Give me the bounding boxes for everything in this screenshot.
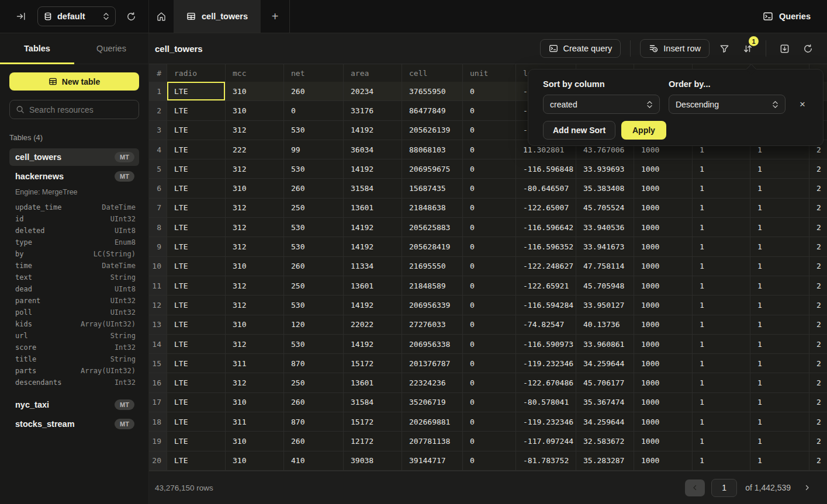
column-header[interactable]: cell xyxy=(402,64,463,82)
grid-cell[interactable]: 0 xyxy=(463,393,516,412)
grid-cell[interactable]: 1 xyxy=(693,315,750,334)
column-header[interactable]: net xyxy=(284,64,344,82)
grid-cell[interactable]: 120 xyxy=(284,315,344,334)
grid-cell[interactable]: 1 xyxy=(750,199,809,217)
grid-cell[interactable]: 0 xyxy=(463,140,516,159)
grid-cell[interactable]: LTE xyxy=(167,315,226,334)
grid-cell[interactable]: 1 xyxy=(750,335,809,353)
grid-cell[interactable]: 0 xyxy=(463,412,516,431)
sidebar-tab-tables[interactable]: Tables xyxy=(0,33,74,64)
grid-cell[interactable]: 2 xyxy=(809,354,827,373)
column-header[interactable]: area xyxy=(344,64,402,82)
grid-cell[interactable]: 14192 xyxy=(344,218,402,237)
grid-cell[interactable]: 35.367474 xyxy=(576,393,634,412)
grid-cell[interactable]: 21848638 xyxy=(402,199,463,217)
grid-cell[interactable]: 1 xyxy=(693,276,750,295)
grid-cell[interactable]: -122.65921 xyxy=(516,276,576,295)
grid-cell[interactable]: 0 xyxy=(463,121,516,140)
grid-cell[interactable]: 2 xyxy=(809,393,827,412)
sidebar-tab-queries[interactable]: Queries xyxy=(74,33,148,64)
grid-cell[interactable]: 0 xyxy=(463,218,516,237)
grid-cell[interactable]: 1 xyxy=(693,432,750,450)
grid-cell[interactable]: -80.646507 xyxy=(516,179,576,197)
grid-cell[interactable]: 310 xyxy=(226,432,284,450)
column-header[interactable]: mcc xyxy=(226,64,284,82)
grid-cell[interactable]: 22022 xyxy=(344,315,402,334)
grid-cell[interactable]: 37655950 xyxy=(402,82,463,100)
grid-cell[interactable]: 312 xyxy=(226,335,284,353)
grid-cell[interactable]: 47.758114 xyxy=(576,257,634,276)
grid-cell[interactable]: 206956338 xyxy=(402,335,463,353)
sort-icon[interactable]: 1 xyxy=(739,40,756,57)
grid-cell[interactable]: -116.594284 xyxy=(516,296,576,314)
grid-cell[interactable]: LTE xyxy=(167,218,226,237)
grid-cell[interactable]: 22324236 xyxy=(402,373,463,392)
grid-cell[interactable]: 312 xyxy=(226,296,284,314)
grid-cell[interactable]: 1000 xyxy=(634,412,693,431)
grid-cell[interactable]: 0 xyxy=(463,257,516,276)
grid-cell[interactable]: 310 xyxy=(226,315,284,334)
grid-cell[interactable]: 14192 xyxy=(344,237,402,256)
grid-cell[interactable]: 12172 xyxy=(344,432,402,450)
grid-cell[interactable]: 205626139 xyxy=(402,121,463,140)
grid-cell[interactable]: 2 xyxy=(809,432,827,450)
grid-cell[interactable]: 312 xyxy=(226,159,284,178)
grid-cell[interactable]: -119.232346 xyxy=(516,412,576,431)
apply-sort-button[interactable]: Apply xyxy=(621,121,666,140)
grid-cell[interactable]: LTE xyxy=(167,354,226,373)
grid-cell[interactable]: 870 xyxy=(284,354,344,373)
grid-cell[interactable]: 1 xyxy=(693,179,750,197)
grid-cell[interactable]: 206959675 xyxy=(402,159,463,178)
grid-cell[interactable]: 33.941673 xyxy=(576,237,634,256)
grid-cell[interactable]: LTE xyxy=(167,159,226,178)
grid-cell[interactable]: 2 xyxy=(809,296,827,314)
collapse-sidebar-icon[interactable] xyxy=(13,8,29,25)
grid-cell[interactable]: 21695550 xyxy=(402,257,463,276)
grid-cell[interactable]: 260 xyxy=(284,257,344,276)
grid-cell[interactable]: 1 xyxy=(693,296,750,314)
sort-column-select[interactable]: created xyxy=(543,95,660,114)
grid-cell[interactable]: LTE xyxy=(167,82,226,100)
grid-cell[interactable]: 0 xyxy=(463,451,516,470)
grid-cell[interactable]: 202669881 xyxy=(402,412,463,431)
grid-cell[interactable]: 1 xyxy=(750,276,809,295)
remove-sort-button[interactable]: × xyxy=(796,98,809,110)
grid-cell[interactable]: 1000 xyxy=(634,179,693,197)
grid-cell[interactable]: -116.596848 xyxy=(516,159,576,178)
grid-cell[interactable]: 1 xyxy=(750,451,809,470)
grid-cell[interactable]: 1000 xyxy=(634,237,693,256)
grid-cell[interactable]: 14192 xyxy=(344,159,402,178)
grid-cell[interactable]: 2 xyxy=(809,315,827,334)
grid-cell[interactable]: 1 xyxy=(693,218,750,237)
grid-cell[interactable]: LTE xyxy=(167,412,226,431)
grid-cell[interactable]: 14192 xyxy=(344,121,402,140)
grid-cell[interactable]: 13601 xyxy=(344,199,402,217)
grid-cell[interactable]: 260 xyxy=(284,432,344,450)
grid-cell[interactable]: -116.596352 xyxy=(516,237,576,256)
grid-cell[interactable]: 250 xyxy=(284,199,344,217)
grid-cell[interactable]: 31584 xyxy=(344,393,402,412)
grid-cell[interactable]: 310 xyxy=(226,179,284,197)
grid-cell[interactable]: 0 xyxy=(463,354,516,373)
grid-cell[interactable]: 1 xyxy=(693,335,750,353)
grid-cell[interactable]: 312 xyxy=(226,237,284,256)
grid-cell[interactable]: 0 xyxy=(463,315,516,334)
grid-cell[interactable]: 2 xyxy=(809,237,827,256)
grid-cell[interactable]: 1000 xyxy=(634,199,693,217)
column-header[interactable]: radio xyxy=(167,64,226,82)
column-header[interactable]: # xyxy=(149,64,167,82)
grid-cell[interactable]: 1000 xyxy=(634,218,693,237)
grid-cell[interactable]: 45.705524 xyxy=(576,199,634,217)
grid-cell[interactable]: -122.248627 xyxy=(516,257,576,276)
grid-cell[interactable]: 2 xyxy=(809,276,827,295)
grid-cell[interactable]: 1000 xyxy=(634,257,693,276)
grid-cell[interactable]: 36034 xyxy=(344,140,402,159)
grid-cell[interactable]: 31584 xyxy=(344,179,402,197)
grid-cell[interactable]: 260 xyxy=(284,82,344,100)
grid-cell[interactable]: -80.578041 xyxy=(516,393,576,412)
queries-button[interactable]: Queries xyxy=(763,0,811,33)
grid-cell[interactable]: 312 xyxy=(226,218,284,237)
grid-cell[interactable]: 530 xyxy=(284,335,344,353)
grid-cell[interactable]: -117.097244 xyxy=(516,432,576,450)
grid-cell[interactable]: 1000 xyxy=(634,315,693,334)
